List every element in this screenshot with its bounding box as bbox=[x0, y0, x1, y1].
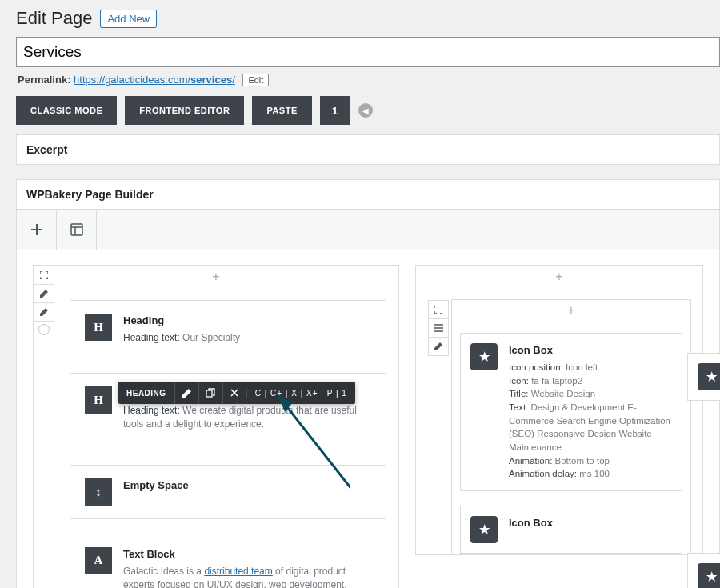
pencil-icon bbox=[182, 389, 191, 398]
element-heading-2[interactable]: H Heading Heading text: We create digita… bbox=[70, 373, 386, 450]
close-icon bbox=[230, 389, 238, 397]
column-edit-button[interactable] bbox=[34, 284, 54, 303]
builder-panel-title[interactable]: WPBakery Page Builder bbox=[17, 180, 719, 209]
column-color-indicator[interactable] bbox=[38, 324, 50, 335]
svg-rect-1 bbox=[206, 390, 212, 397]
list-icon bbox=[434, 324, 443, 332]
frontend-editor-button[interactable]: Frontend Editor bbox=[125, 96, 244, 125]
inner-edit-button[interactable] bbox=[428, 337, 449, 356]
layout-template-button[interactable] bbox=[57, 210, 97, 250]
builder-column-right[interactable]: + + bbox=[415, 265, 703, 555]
star-icon: ★ bbox=[698, 363, 720, 390]
element-title: Text Block bbox=[123, 547, 371, 562]
distributed-team-link[interactable]: distributed team bbox=[204, 566, 272, 577]
element-text-block[interactable]: A Text Block Galactic Ideas is a distrib… bbox=[70, 534, 386, 588]
heading-h-icon: H bbox=[85, 314, 112, 341]
paste-button[interactable]: Paste bbox=[252, 96, 311, 125]
collapse-arrow-icon[interactable]: ◀ bbox=[358, 103, 373, 118]
element-title: Empty Space bbox=[123, 478, 371, 494]
permalink-row: Permalink: https://galacticideas.com/ser… bbox=[18, 74, 720, 86]
revision-count: 1 bbox=[320, 96, 350, 125]
svg-rect-0 bbox=[71, 224, 82, 235]
element-clone-button[interactable] bbox=[198, 382, 222, 404]
peek-icon-box[interactable]: ★ bbox=[687, 353, 720, 401]
fullscreen-icon bbox=[40, 271, 48, 279]
element-empty-space[interactable]: ↕ Empty Space bbox=[70, 465, 386, 519]
text-a-icon: A bbox=[85, 547, 112, 574]
star-icon: ★ bbox=[470, 343, 498, 370]
pencil-icon bbox=[40, 290, 48, 298]
inner-list-button[interactable] bbox=[428, 318, 449, 338]
inner-fullscreen-button[interactable] bbox=[428, 300, 449, 319]
fullscreen-icon bbox=[434, 306, 442, 314]
pencil-icon bbox=[434, 342, 442, 350]
inner-add-icon[interactable]: + bbox=[567, 303, 574, 318]
builder-column-left[interactable]: + H Heading Heading text: Our Specialty … bbox=[33, 265, 399, 588]
element-edit-button[interactable] bbox=[174, 382, 198, 404]
element-delete-button[interactable] bbox=[222, 382, 246, 404]
page-title: Edit Page bbox=[16, 8, 92, 29]
column-add-icon[interactable]: + bbox=[212, 270, 219, 284]
empty-space-icon: ↕ bbox=[85, 478, 112, 506]
pencil-icon bbox=[40, 308, 48, 316]
layout-icon bbox=[70, 223, 83, 236]
clone-icon bbox=[206, 388, 215, 398]
classic-mode-button[interactable]: Classic Mode bbox=[16, 96, 117, 125]
element-title: Heading bbox=[123, 314, 371, 329]
permalink-label: Permalink: bbox=[18, 74, 70, 86]
element-toolbar-label: HEADING bbox=[118, 389, 174, 398]
star-icon: ★ bbox=[470, 516, 498, 543]
add-element-button[interactable] bbox=[17, 210, 57, 250]
heading-h-icon: H bbox=[85, 386, 112, 414]
excerpt-panel-title[interactable]: Excerpt bbox=[17, 135, 719, 164]
element-toolbar-extra[interactable]: C | C+ | X | X+ | P | 1 bbox=[246, 389, 355, 398]
element-icon-box-2[interactable]: ★ Icon Box bbox=[460, 506, 682, 554]
element-toolbar: HEADING C | C+ | X | X+ | P | 1 bbox=[118, 382, 355, 404]
add-new-button[interactable]: Add New bbox=[100, 10, 157, 28]
star-icon: ★ bbox=[698, 563, 720, 588]
peek-icon-box-2[interactable]: ★ bbox=[687, 553, 720, 588]
page-title-input[interactable] bbox=[16, 37, 720, 67]
element-title: Icon Box bbox=[509, 343, 672, 358]
edit-slug-button[interactable]: Edit bbox=[242, 74, 269, 86]
column-fullscreen-button[interactable] bbox=[34, 266, 54, 285]
element-heading-1[interactable]: H Heading Heading text: Our Specialty bbox=[70, 300, 386, 358]
column-add-icon[interactable]: + bbox=[555, 270, 562, 284]
column-edit-button-2[interactable] bbox=[34, 302, 54, 322]
plus-icon bbox=[31, 224, 42, 235]
element-icon-box[interactable]: ★ Icon Box Icon position: Icon left Icon… bbox=[460, 333, 682, 491]
permalink-link[interactable]: https://galacticideas.com/services/ bbox=[74, 74, 235, 86]
element-title: Icon Box bbox=[509, 516, 672, 531]
inner-column[interactable]: + ★ Icon Box Icon position: Icon left Ic… bbox=[451, 299, 691, 554]
